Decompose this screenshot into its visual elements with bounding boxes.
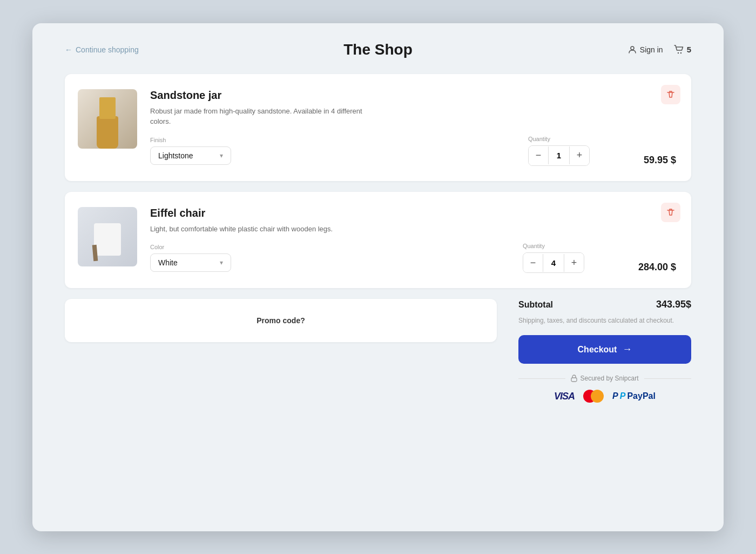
item-description-eiffel: Light, but comfortable white plastic cha… (150, 224, 366, 235)
svg-rect-3 (571, 378, 577, 382)
quantity-decrease-eiffel[interactable]: − (523, 253, 543, 272)
item-name-eiffel: Eiffel chair (150, 207, 676, 219)
divider-right (644, 378, 691, 379)
item-price-eiffel: 284.00 $ (638, 262, 676, 273)
svg-point-2 (680, 52, 681, 53)
quantity-group-eiffel: Quantity − 4 + (523, 243, 584, 273)
trash-icon (666, 90, 675, 99)
checkout-button[interactable]: Checkout → (518, 335, 691, 364)
chevron-down-icon-2: ▾ (220, 259, 223, 266)
quantity-value-sandstone: 1 (548, 146, 570, 164)
finish-option-group: Finish Lightstone ▾ (150, 137, 231, 165)
product-image-sandstone (78, 89, 137, 149)
quantity-controls-eiffel: − 4 + (523, 252, 584, 273)
checkout-section: Subtotal 343.95$ Shipping, taxes, and di… (518, 299, 691, 403)
quantity-group-sandstone: Quantity − 1 + (528, 136, 590, 166)
lock-icon (571, 375, 577, 382)
back-arrow-icon: ← (65, 45, 72, 54)
subtotal-value: 343.95$ (656, 299, 691, 310)
header-right: Sign in 5 (628, 45, 691, 55)
svg-point-0 (631, 46, 634, 50)
delete-button-eiffel[interactable] (661, 203, 680, 222)
color-label: Color (150, 244, 231, 250)
paypal-logo: PP PayPal (612, 391, 656, 401)
secure-section: Secured by Snipcart VISA PP PayPal (518, 375, 691, 403)
quantity-controls-sandstone: − 1 + (528, 145, 590, 166)
divider-left (518, 378, 565, 379)
quantity-decrease-sandstone[interactable]: − (529, 146, 548, 165)
quantity-value-eiffel: 4 (543, 254, 564, 272)
back-label: Continue shopping (76, 45, 139, 54)
quantity-increase-sandstone[interactable]: + (570, 146, 589, 165)
chevron-down-icon: ▾ (220, 152, 223, 159)
quantity-label-sandstone: Quantity (528, 136, 550, 142)
browser-frame: ← Continue shopping The Shop Sign in 5 (32, 23, 724, 531)
item-name-sandstone: Sandstone jar (150, 89, 676, 102)
color-option-group: Color White ▾ (150, 244, 231, 272)
shipping-note: Shipping, taxes, and discounts calculate… (518, 316, 691, 325)
cart-button[interactable]: 5 (674, 45, 691, 55)
sign-in-button[interactable]: Sign in (628, 45, 663, 54)
item-details-eiffel: Eiffel chair Light, but comfortable whit… (150, 207, 676, 273)
sign-in-label: Sign in (640, 45, 663, 54)
item-details-sandstone: Sandstone jar Robust jar made from high-… (150, 89, 676, 166)
item-price-sandstone: 59.95 $ (644, 155, 676, 166)
user-icon (628, 45, 637, 54)
quantity-label-eiffel: Quantity (523, 243, 545, 249)
secure-divider: Secured by Snipcart (518, 375, 691, 382)
subtotal-label: Subtotal (518, 300, 553, 310)
visa-logo: VISA (554, 391, 575, 402)
promo-box[interactable]: Promo code? (65, 299, 497, 342)
finish-select[interactable]: Lightstone ▾ (150, 146, 231, 165)
cart-icon (674, 45, 684, 55)
cart-item-sandstone: Sandstone jar Robust jar made from high-… (65, 74, 691, 181)
mastercard-logo (583, 390, 604, 403)
finish-label: Finish (150, 137, 231, 143)
color-select[interactable]: White ▾ (150, 253, 231, 272)
header-left: ← Continue shopping (65, 45, 139, 54)
promo-label: Promo code? (256, 316, 305, 325)
checkout-label: Checkout (578, 345, 617, 355)
subtotal-row: Subtotal 343.95$ (518, 299, 691, 310)
item-description-sandstone: Robust jar made from high-quality sandst… (150, 106, 366, 127)
cart-item-eiffel: Eiffel chair Light, but comfortable whit… (65, 192, 691, 289)
product-image-eiffel (78, 207, 137, 266)
secure-label: Secured by Snipcart (571, 375, 638, 382)
payment-logos: VISA PP PayPal (518, 390, 691, 403)
svg-point-1 (677, 52, 678, 53)
page-title: The Shop (343, 41, 413, 58)
finish-value: Lightstone (158, 151, 193, 160)
continue-shopping-link[interactable]: ← Continue shopping (65, 45, 139, 54)
delete-button-sandstone[interactable] (661, 85, 680, 104)
bottom-section: Promo code? Subtotal 343.95$ Shipping, t… (65, 299, 691, 403)
color-value: White (158, 258, 178, 267)
trash-icon-2 (666, 208, 675, 217)
arrow-right-icon: → (622, 344, 632, 355)
header: ← Continue shopping The Shop Sign in 5 (65, 45, 691, 55)
quantity-increase-eiffel[interactable]: + (564, 253, 584, 272)
cart-count: 5 (687, 45, 691, 54)
